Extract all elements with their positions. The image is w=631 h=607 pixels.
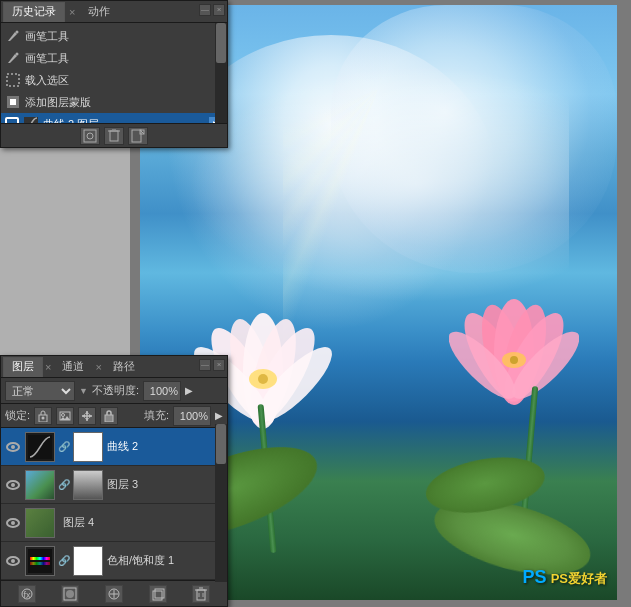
- tab-history[interactable]: 历史记录: [3, 2, 65, 22]
- new-fill-layer-button[interactable]: [105, 585, 123, 603]
- tab-actions[interactable]: 动作: [79, 2, 119, 22]
- brush-icon: [5, 50, 21, 66]
- selection-icon: [5, 72, 21, 88]
- minimize-button[interactable]: —: [199, 4, 211, 16]
- mask-icon: [5, 94, 21, 110]
- history-scrollbar[interactable]: [215, 23, 227, 123]
- layer-eye-3[interactable]: [5, 477, 21, 493]
- svg-rect-26: [110, 131, 118, 141]
- watermark-text: PS爱好者: [551, 571, 607, 586]
- lotus-pink: [449, 272, 579, 422]
- layer-item-curves[interactable]: 🔗 曲线 2: [1, 428, 227, 466]
- history-item[interactable]: 画笔工具: [1, 25, 227, 47]
- chain-icon-3: 🔗: [59, 476, 69, 494]
- svg-point-33: [42, 416, 45, 419]
- layer-name-3: 图层 3: [107, 477, 223, 492]
- layers-scrollbar[interactable]: [215, 424, 227, 582]
- lock-image-button[interactable]: [56, 407, 74, 425]
- svg-rect-56: [155, 589, 164, 598]
- layer-thumb-3: [25, 470, 55, 500]
- layer-name-huesat: 色相/饱和度 1: [107, 553, 223, 568]
- layer-item-3[interactable]: 🔗 图层 3: [1, 466, 227, 504]
- opacity-label: 不透明度:: [92, 383, 139, 398]
- svg-point-25: [87, 133, 93, 139]
- svg-rect-22: [10, 99, 16, 105]
- fill-arrow: ▶: [215, 410, 223, 421]
- svg-marker-38: [85, 411, 89, 414]
- new-layer-button[interactable]: [149, 585, 167, 603]
- layer-name-4: 图层 4: [63, 515, 223, 530]
- chain-icon-huesat: 🔗: [59, 552, 69, 570]
- layer-mask-thumb: [73, 432, 103, 462]
- history-list: 画笔工具 画笔工具 载入选区 添加图层蒙版: [1, 23, 227, 137]
- fill-label: 填充:: [144, 408, 169, 423]
- lock-position-button[interactable]: [78, 407, 96, 425]
- add-mask-button[interactable]: [61, 585, 79, 603]
- layer-mask-thumb-3: [73, 470, 103, 500]
- layers-close-button[interactable]: ×: [213, 359, 225, 371]
- lock-row: 锁定: 填充: ▶: [1, 404, 227, 428]
- lock-label: 锁定:: [5, 408, 30, 423]
- history-item[interactable]: 添加图层蒙版: [1, 91, 227, 113]
- blend-select-arrow: ▼: [79, 386, 88, 396]
- layers-options: 正常 ▼ 不透明度: ▶: [1, 378, 227, 404]
- new-snapshot-button[interactable]: [80, 127, 100, 145]
- add-layer-style-button[interactable]: fx: [18, 585, 36, 603]
- svg-rect-42: [105, 415, 113, 422]
- opacity-arrow: ▶: [185, 385, 193, 396]
- svg-rect-47: [30, 562, 50, 565]
- chain-icon: 🔗: [59, 438, 69, 456]
- svg-point-19: [16, 53, 19, 56]
- history-item[interactable]: 载入选区: [1, 69, 227, 91]
- svg-rect-46: [30, 557, 50, 560]
- lock-all-button[interactable]: [100, 407, 118, 425]
- layer-item-huesat[interactable]: 🔗 色相/饱和度 1: [1, 542, 227, 580]
- close-button[interactable]: ×: [213, 4, 225, 16]
- brush-icon: [5, 28, 21, 44]
- opacity-input[interactable]: [143, 381, 181, 401]
- layer-thumb-4: [25, 508, 55, 538]
- layer-eye-4[interactable]: [5, 515, 21, 531]
- fill-input[interactable]: [173, 406, 211, 426]
- svg-rect-24: [84, 130, 96, 142]
- tab-channels[interactable]: 通道: [53, 357, 93, 377]
- delete-layer-button[interactable]: [192, 585, 210, 603]
- lock-transparent-button[interactable]: [34, 407, 52, 425]
- layers-panel: 图层 × 通道 × 路径 — × 正常 ▼ 不透明度: ▶ 锁定:: [0, 355, 228, 607]
- tab-layers[interactable]: 图层: [3, 357, 43, 377]
- layers-footer: fx: [1, 580, 227, 606]
- scrollbar-thumb: [216, 23, 226, 63]
- svg-rect-44: [28, 549, 52, 573]
- layers-panel-tabs: 图层 × 通道 × 路径 — ×: [1, 356, 227, 378]
- history-item[interactable]: 画笔工具: [1, 47, 227, 69]
- svg-rect-57: [197, 590, 205, 600]
- layer-thumb-curves: [25, 432, 55, 462]
- blend-mode-select[interactable]: 正常: [5, 381, 75, 401]
- layer-thumb-huesat: [25, 546, 55, 576]
- tab-paths[interactable]: 路径: [104, 357, 144, 377]
- svg-point-17: [510, 356, 518, 364]
- new-doc-from-history-button[interactable]: [128, 127, 148, 145]
- layer-name-curves: 曲线 2: [107, 439, 223, 454]
- layer-eye-huesat[interactable]: [5, 553, 21, 569]
- svg-point-8: [258, 374, 268, 384]
- history-panel-tabs: 历史记录 × 动作 — ×: [1, 1, 227, 23]
- svg-rect-55: [153, 591, 162, 600]
- layers-minimize-button[interactable]: —: [199, 359, 211, 371]
- layer-item-4[interactable]: 图层 4: [1, 504, 227, 542]
- svg-marker-41: [89, 414, 92, 418]
- delete-history-button[interactable]: [104, 127, 124, 145]
- history-footer: [1, 123, 227, 147]
- svg-rect-20: [7, 74, 19, 86]
- history-panel: 历史记录 × 动作 — × 画笔工具 画笔工具: [0, 0, 228, 148]
- layer-eye-curves[interactable]: [5, 439, 21, 455]
- svg-point-35: [62, 413, 65, 416]
- ps-icon: PS: [522, 567, 546, 587]
- svg-point-18: [16, 31, 19, 34]
- watermark: PS PS爱好者: [522, 567, 607, 588]
- svg-point-51: [66, 590, 74, 598]
- svg-marker-39: [85, 418, 89, 421]
- layers-scrollbar-thumb: [216, 424, 226, 464]
- layer-mask-thumb-huesat: [73, 546, 103, 576]
- layers-panel-controls: — ×: [199, 359, 225, 371]
